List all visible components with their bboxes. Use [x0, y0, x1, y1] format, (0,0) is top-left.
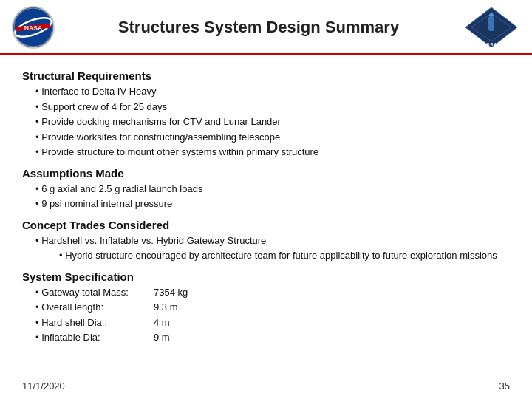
list-item: 9 psi nominal internal pressure	[35, 197, 510, 211]
exploration-logo: EXPLORATION	[463, 6, 520, 49]
concept-trades-sub-list: Hybrid structure encouraged by architect…	[35, 248, 510, 263]
assumptions-made-title: Assumptions Made	[22, 167, 510, 180]
spec-row: Hard shell Dia.: 4 m	[35, 316, 510, 330]
structural-requirements-title: Structural Requirements	[22, 69, 510, 82]
spec-label: Overall length:	[35, 300, 154, 315]
footer-date: 11/1/2020	[22, 381, 65, 392]
list-item: Support crew of 4 for 25 days	[35, 100, 510, 115]
page-title: Structures System Design Summary	[55, 18, 463, 37]
list-item: Hybrid structure encouraged by architect…	[59, 248, 510, 263]
page-header: NASA Structures System Design Summary EX…	[0, 0, 532, 55]
list-item: Provide worksites for constructing/assem…	[35, 130, 510, 145]
nasa-logo: NASA	[12, 6, 55, 49]
system-specification-title: System Specification	[22, 270, 510, 283]
main-content: Structural Requirements Interface to Del…	[0, 55, 532, 354]
spec-label: Inflatable Dia:	[35, 330, 154, 345]
list-item: Provide structure to mount other systems…	[35, 145, 510, 160]
footer-page: 35	[499, 381, 510, 392]
svg-rect-6	[488, 16, 494, 31]
concept-trades-title: Concept Trades Considered	[22, 219, 510, 231]
spec-value: 9.3 m	[154, 300, 213, 315]
list-item: Hardshell vs. Inflatable vs. Hybrid Gate…	[35, 233, 510, 248]
spec-label: Hard shell Dia.:	[35, 316, 154, 330]
spec-label: Gateway total Mass:	[35, 285, 154, 300]
page-footer: 11/1/2020 35	[22, 381, 510, 392]
spec-row: Gateway total Mass: 7354 kg	[35, 285, 510, 300]
structural-requirements-list: Interface to Delta IV Heavy Support crew…	[22, 84, 510, 160]
spec-value: 7354 kg	[154, 285, 213, 300]
spec-value: 4 m	[154, 316, 213, 330]
assumptions-made-list: 6 g axial and 2.5 g radial launch loads …	[22, 182, 510, 211]
system-specification-table: Gateway total Mass: 7354 kg Overall leng…	[22, 285, 510, 345]
svg-text:EXPLORATION: EXPLORATION	[473, 42, 510, 47]
svg-text:NASA: NASA	[24, 24, 43, 32]
list-item: Interface to Delta IV Heavy	[35, 84, 510, 99]
list-item: 6 g axial and 2.5 g radial launch loads	[35, 182, 510, 197]
spec-row: Overall length: 9.3 m	[35, 300, 510, 315]
concept-trades-list: Hardshell vs. Inflatable vs. Hybrid Gate…	[22, 233, 510, 263]
list-item: Provide docking mechanisms for CTV and L…	[35, 115, 510, 129]
spec-value: 9 m	[154, 330, 213, 345]
spec-row: Inflatable Dia: 9 m	[35, 330, 510, 345]
